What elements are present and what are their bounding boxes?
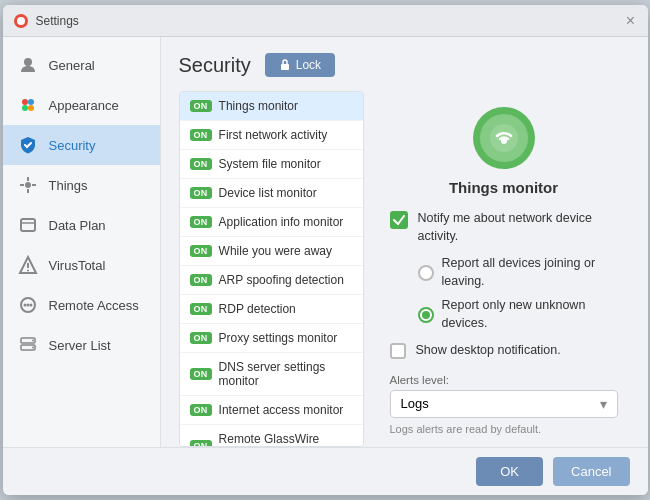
monitor-item-things[interactable]: ON Things monitor	[180, 92, 363, 121]
desktop-notify-checkbox[interactable]	[390, 343, 406, 359]
on-badge-remotegw: ON	[190, 440, 212, 447]
monitor-item-remotegw[interactable]: ON Remote GlassWire connec...	[180, 425, 363, 447]
notify-label: Notify me about network device activity.	[418, 210, 618, 245]
monitor-item-internetaccess[interactable]: ON Internet access monitor	[180, 396, 363, 425]
sidebar-item-general-label: General	[49, 58, 95, 73]
monitor-item-proxysettings-label: Proxy settings monitor	[219, 331, 338, 345]
monitor-item-dnssettings-label: DNS server settings monitor	[219, 360, 353, 388]
notify-checkbox[interactable]	[390, 211, 408, 229]
sidebar-item-remoteaccess-label: Remote Access	[49, 298, 139, 313]
monitor-item-remotegw-label: Remote GlassWire connec...	[219, 432, 353, 447]
sidebar-item-things-label: Things	[49, 178, 88, 193]
monitor-item-systemfile-label: System file monitor	[219, 157, 321, 171]
detail-icon-circle	[473, 107, 535, 169]
monitor-item-proxysettings[interactable]: ON Proxy settings monitor	[180, 324, 363, 353]
radio-all-devices[interactable]	[418, 265, 434, 281]
sidebar-item-security-label: Security	[49, 138, 96, 153]
settings-window: Settings × General	[3, 5, 648, 495]
svg-point-24	[32, 347, 34, 349]
monitor-item-internetaccess-label: Internet access monitor	[219, 403, 344, 417]
svg-point-23	[32, 340, 34, 342]
svg-point-18	[23, 304, 26, 307]
security-icon	[17, 134, 39, 156]
svg-point-1	[17, 17, 25, 25]
remoteaccess-icon	[17, 294, 39, 316]
on-badge-arpspoofing: ON	[190, 274, 212, 286]
monitor-list[interactable]: ON Things monitor ON First network activ…	[179, 91, 364, 447]
monitor-item-appinfo-label: Application info monitor	[219, 215, 344, 229]
general-icon	[17, 54, 39, 76]
svg-point-20	[29, 304, 32, 307]
on-badge-systemfile: ON	[190, 158, 212, 170]
svg-point-16	[27, 270, 29, 272]
sidebar-item-remoteaccess[interactable]: Remote Access	[3, 285, 160, 325]
radio-row-unknown[interactable]: Report only new unknown devices.	[418, 297, 618, 332]
sidebar-item-security[interactable]: Security	[3, 125, 160, 165]
titlebar-title: Settings	[36, 14, 624, 28]
sidebar-item-serverlist-label: Server List	[49, 338, 111, 353]
radio-row-all[interactable]: Report all devices joining or leaving.	[418, 255, 618, 290]
svg-point-19	[26, 304, 29, 307]
monitor-item-appinfo[interactable]: ON Application info monitor	[180, 208, 363, 237]
alerts-label: Alerts level:	[390, 374, 618, 386]
sidebar-item-appearance-label: Appearance	[49, 98, 119, 113]
sidebar-item-appearance[interactable]: Appearance	[3, 85, 160, 125]
dataplan-icon	[17, 214, 39, 236]
on-badge-rdp: ON	[190, 303, 212, 315]
sidebar-item-virustotal-label: VirusTotal	[49, 258, 106, 273]
monitor-item-things-label: Things monitor	[219, 99, 298, 113]
svg-point-3	[22, 99, 28, 105]
sidebar-item-virustotal[interactable]: VirusTotal	[3, 245, 160, 285]
sidebar-item-things[interactable]: Things	[3, 165, 160, 205]
monitor-item-devicelist-label: Device list monitor	[219, 186, 317, 200]
radio-unknown-devices[interactable]	[418, 307, 434, 323]
main-content: Security Lock ON Things monitor	[161, 37, 648, 447]
on-badge-firstnetwork: ON	[190, 129, 212, 141]
on-badge-proxysettings: ON	[190, 332, 212, 344]
svg-point-7	[25, 182, 31, 188]
appearance-icon	[17, 94, 39, 116]
monitor-item-devicelist[interactable]: ON Device list monitor	[180, 179, 363, 208]
on-badge-devicelist: ON	[190, 187, 212, 199]
on-badge-things: ON	[190, 100, 212, 112]
titlebar: Settings ×	[3, 5, 648, 37]
virustotal-icon	[17, 254, 39, 276]
monitor-item-whileaway[interactable]: ON While you were away	[180, 237, 363, 266]
monitor-item-arpspoofing-label: ARP spoofing detection	[219, 273, 344, 287]
notify-option: Notify me about network device activity.	[390, 210, 618, 245]
monitor-item-systemfile[interactable]: ON System file monitor	[180, 150, 363, 179]
footer: OK Cancel	[3, 447, 648, 495]
alerts-dropdown[interactable]: Logs ▾	[390, 390, 618, 418]
sidebar-item-dataplan[interactable]: Data Plan	[3, 205, 160, 245]
close-icon[interactable]: ×	[624, 14, 638, 28]
monitor-item-arpspoofing[interactable]: ON ARP spoofing detection	[180, 266, 363, 295]
things-icon	[17, 174, 39, 196]
on-badge-appinfo: ON	[190, 216, 212, 228]
radio-all-label: Report all devices joining or leaving.	[442, 255, 618, 290]
sidebar-item-general[interactable]: General	[3, 45, 160, 85]
ok-button[interactable]: OK	[476, 457, 543, 486]
main-body: ON Things monitor ON First network activ…	[179, 91, 630, 447]
monitor-item-rdp[interactable]: ON RDP detection	[180, 295, 363, 324]
desktop-notify-label: Show desktop notification.	[416, 342, 561, 360]
lock-icon	[279, 59, 291, 71]
svg-point-5	[22, 105, 28, 111]
on-badge-internetaccess: ON	[190, 404, 212, 416]
main-header: Security Lock	[179, 53, 630, 77]
monitor-item-firstnetwork-label: First network activity	[219, 128, 328, 142]
sidebar-item-serverlist[interactable]: Server List	[3, 325, 160, 365]
svg-point-4	[28, 99, 34, 105]
desktop-notify-option: Show desktop notification.	[390, 342, 618, 360]
sidebar: General Appearance	[3, 37, 161, 447]
alerts-note: Logs alerts are read by default.	[390, 423, 618, 435]
radio-group: Report all devices joining or leaving. R…	[390, 255, 618, 332]
on-badge-dnssettings: ON	[190, 368, 212, 380]
lock-button[interactable]: Lock	[265, 53, 335, 77]
cancel-button[interactable]: Cancel	[553, 457, 629, 486]
content-area: General Appearance	[3, 37, 648, 447]
monitor-item-firstnetwork[interactable]: ON First network activity	[180, 121, 363, 150]
sidebar-item-dataplan-label: Data Plan	[49, 218, 106, 233]
app-icon	[13, 13, 29, 29]
monitor-item-dnssettings[interactable]: ON DNS server settings monitor	[180, 353, 363, 396]
things-monitor-icon	[486, 120, 522, 156]
